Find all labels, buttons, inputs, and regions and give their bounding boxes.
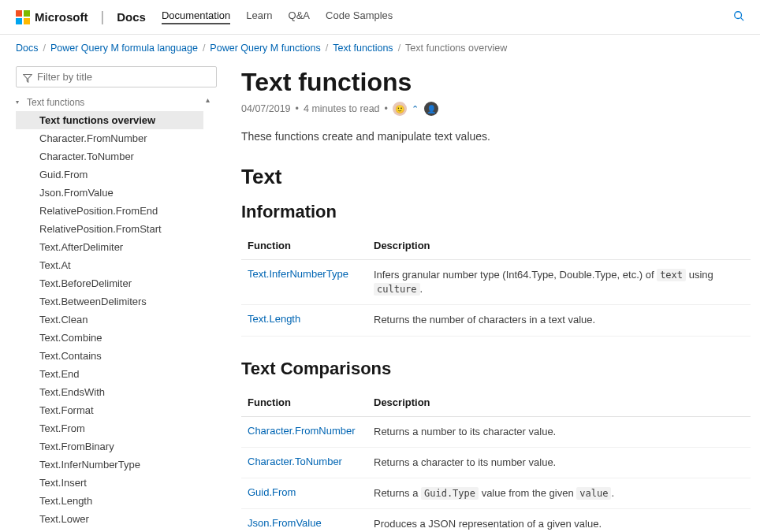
search-icon[interactable]: [733, 10, 744, 24]
tree-item[interactable]: Character.ToNumber: [16, 147, 203, 166]
avatar[interactable]: ⌃: [408, 102, 423, 116]
col-function: Function: [241, 389, 367, 417]
tree-item[interactable]: Text.InferNumberType: [16, 456, 203, 474]
caret-icon: ▾: [16, 99, 19, 106]
microsoft-logo[interactable]: Microsoft: [16, 10, 88, 24]
tree-item[interactable]: Text functions overview: [16, 111, 203, 129]
code-inline: value: [576, 487, 611, 500]
tree-item[interactable]: Text.Format: [16, 401, 203, 419]
contributor-avatars[interactable]: 🙂 ⌃ 👤: [393, 102, 438, 116]
function-link[interactable]: Text.InferNumberType: [248, 268, 348, 280]
description-cell: Returns a number to its character value.: [367, 416, 751, 447]
tree-item[interactable]: Guid.From: [16, 166, 203, 184]
tree-item[interactable]: Text.BetweenDelimiters: [16, 292, 203, 311]
function-link[interactable]: Guid.From: [248, 486, 296, 498]
meta-row: 04/07/2019 • 4 minutes to read • 🙂 ⌃ 👤: [241, 102, 751, 116]
svg-marker-2: [24, 74, 32, 82]
col-description: Description: [367, 389, 751, 417]
breadcrumb-current: Text functions overview: [405, 43, 507, 54]
comparisons-table: Function Description Character.FromNumbe…: [241, 389, 751, 530]
svg-point-0: [735, 11, 742, 18]
tree-item[interactable]: RelativePosition.FromStart: [16, 220, 203, 238]
function-link[interactable]: Json.FromValue: [248, 517, 322, 529]
intro-text: These functions create and manipulate te…: [241, 130, 751, 143]
filter-input[interactable]: [37, 71, 210, 83]
meta-readtime: 4 minutes to read: [304, 103, 380, 114]
tree-item[interactable]: Json.FromValue: [16, 184, 203, 202]
col-description: Description: [367, 232, 751, 260]
ms-label: Microsoft: [35, 10, 88, 24]
breadcrumb-link[interactable]: Power Query M functions: [210, 43, 320, 54]
tree-parent[interactable]: ▾ Text functions ▴: [16, 95, 214, 111]
section-heading: Text: [241, 165, 751, 189]
tree-item[interactable]: Character.FromNumber: [16, 129, 203, 147]
function-link[interactable]: Text.Length: [248, 313, 300, 325]
table-row: Character.FromNumberReturns a number to …: [241, 416, 751, 447]
code-inline: text: [657, 269, 686, 281]
meta-date: 04/07/2019: [241, 103, 291, 114]
breadcrumb: Docs/Power Query M formula language/Powe…: [0, 35, 760, 61]
table-row: Character.ToNumberReturns a character to…: [241, 447, 751, 478]
table-row: Guid.FromReturns a Guid.Type value from …: [241, 478, 751, 508]
filter-box[interactable]: [16, 66, 217, 87]
sidebar: ▾ Text functions ▴ Text functions overvi…: [0, 61, 221, 530]
tree-item[interactable]: Text.Lower: [16, 510, 203, 528]
filter-icon: [23, 73, 32, 82]
avatar[interactable]: 👤: [424, 102, 438, 116]
tree-item[interactable]: Text.Middle: [16, 528, 203, 530]
breadcrumb-link[interactable]: Text functions: [333, 43, 393, 54]
description-cell: Infers granular number type (Int64.Type,…: [367, 260, 751, 305]
nav-links: DocumentationLearnQ&ACode Samples: [162, 9, 393, 24]
tree-item[interactable]: Text.Length: [16, 492, 203, 510]
description-cell: Returns the number of characters in a te…: [367, 305, 751, 336]
tree-item[interactable]: Text.Combine: [16, 329, 203, 347]
function-link[interactable]: Character.ToNumber: [248, 456, 342, 467]
description-cell: Returns a character to its number value.: [367, 447, 751, 478]
tree-item[interactable]: Text.EndsWith: [16, 383, 203, 401]
subsection-heading: Text Comparisons: [241, 359, 751, 379]
tree-item[interactable]: Text.From: [16, 419, 203, 437]
divider: |: [101, 9, 105, 25]
table-row: Text.InferNumberTypeInfers granular numb…: [241, 260, 751, 305]
tree-item[interactable]: Text.Contains: [16, 347, 203, 365]
nav-link[interactable]: Code Samples: [326, 9, 393, 24]
tree-item[interactable]: Text.End: [16, 365, 203, 383]
breadcrumb-link[interactable]: Power Query M formula language: [50, 43, 198, 54]
ms-logo-icon: [16, 10, 30, 24]
breadcrumb-link[interactable]: Docs: [16, 43, 38, 54]
table-row: Text.LengthReturns the number of charact…: [241, 305, 751, 336]
code-inline: Guid.Type: [421, 487, 479, 500]
nav-link[interactable]: Q&A: [289, 9, 310, 24]
svg-line-1: [741, 17, 744, 20]
scroll-up-icon[interactable]: ▴: [206, 95, 210, 104]
tree-parent-label: Text functions: [27, 97, 84, 108]
col-function: Function: [241, 232, 367, 260]
tree-item[interactable]: Text.Insert: [16, 474, 203, 492]
docs-brand[interactable]: Docs: [117, 10, 146, 24]
tree-item[interactable]: Text.BeforeDelimiter: [16, 274, 203, 292]
main-layout: ▾ Text functions ▴ Text functions overvi…: [0, 61, 760, 530]
content: Text functions 04/07/2019 • 4 minutes to…: [221, 61, 760, 530]
nav-link[interactable]: Documentation: [162, 9, 230, 24]
tree-item[interactable]: Text.At: [16, 256, 203, 274]
function-link[interactable]: Character.FromNumber: [248, 425, 356, 437]
subsection-heading: Information: [241, 202, 751, 222]
description-cell: Produces a JSON representation of a give…: [367, 509, 751, 530]
tree[interactable]: Text functions overviewCharacter.FromNum…: [16, 111, 221, 530]
tree-item[interactable]: Text.Clean: [16, 311, 203, 329]
page-title: Text functions: [241, 68, 751, 97]
avatar[interactable]: 🙂: [393, 102, 407, 116]
tree-item[interactable]: RelativePosition.FromEnd: [16, 202, 203, 220]
tree-item[interactable]: Text.AfterDelimiter: [16, 238, 203, 256]
information-table: Function Description Text.InferNumberTyp…: [241, 232, 751, 337]
topbar: Microsoft | Docs DocumentationLearnQ&ACo…: [0, 0, 760, 35]
nav-link[interactable]: Learn: [246, 9, 272, 24]
description-cell: Returns a Guid.Type value from the given…: [367, 478, 751, 508]
tree-item[interactable]: Text.FromBinary: [16, 437, 203, 456]
table-row: Json.FromValueProduces a JSON representa…: [241, 509, 751, 530]
code-inline: culture: [374, 283, 420, 296]
